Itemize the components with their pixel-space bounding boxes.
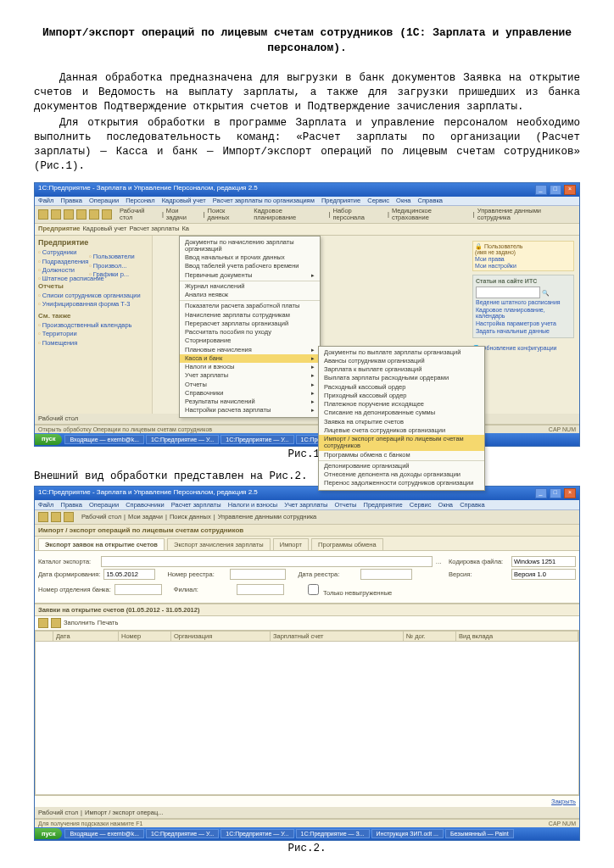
its-link[interactable]: Ведение штатного расписания bbox=[476, 299, 571, 306]
toolbar-icon[interactable] bbox=[64, 512, 74, 522]
toolbar-link[interactable]: Рабочий стол bbox=[120, 208, 159, 222]
menu-item[interactable]: Справочники bbox=[126, 501, 164, 509]
submenu-item[interactable]: Депонирование организаций bbox=[319, 462, 484, 470]
taskbar-item[interactable]: 1С:Предприятие — У... bbox=[220, 435, 293, 445]
menu-item[interactable]: Учет зарплаты bbox=[284, 501, 327, 509]
toolbar-link[interactable]: Поиск данных bbox=[170, 513, 211, 520]
menu-item[interactable]: Анализ неявок bbox=[180, 291, 320, 299]
filial-input[interactable] bbox=[237, 584, 284, 595]
its-link[interactable]: Настройка параметров учета bbox=[476, 320, 571, 327]
submenu-item[interactable]: Отнесение депонента на доходы организаци… bbox=[319, 470, 484, 479]
submenu-item[interactable]: Зарплата к выплате организаций bbox=[319, 365, 484, 374]
submenu-item[interactable]: Списание на депонированные суммы bbox=[319, 409, 484, 417]
toolbar-link[interactable]: Рабочий стол bbox=[81, 513, 121, 520]
tab-export-open[interactable]: Экспорт заявок на открытие счетов bbox=[38, 538, 165, 550]
start-button[interactable]: пуск bbox=[35, 434, 62, 444]
window-controls[interactable]: _ □ × bbox=[534, 488, 576, 498]
tab[interactable]: Ка bbox=[181, 225, 189, 232]
menu-item[interactable]: Журнал начислений bbox=[180, 282, 320, 291]
submenu-item[interactable]: Документы по выплате зарплаты организаци… bbox=[319, 348, 484, 357]
submenu-item[interactable]: Программы обмена с банком bbox=[319, 451, 484, 459]
menu-item[interactable]: Касса и банк bbox=[180, 354, 320, 363]
toolbar-link[interactable]: Медицинское страхование bbox=[392, 208, 471, 222]
close-button[interactable]: Закрыть bbox=[551, 798, 576, 805]
submenu-item[interactable]: Заявка на открытие счетов bbox=[319, 418, 484, 426]
menu-item[interactable]: Файл bbox=[38, 197, 53, 204]
menu-item[interactable]: Показатели расчета заработной платы bbox=[180, 302, 320, 310]
close-icon[interactable]: × bbox=[564, 185, 576, 195]
menu-item[interactable]: Справочники bbox=[180, 389, 320, 398]
menu-item[interactable]: Отчеты bbox=[334, 501, 356, 509]
version-input[interactable] bbox=[511, 569, 576, 580]
submenu-item[interactable]: Приходный кассовый ордер bbox=[319, 392, 484, 400]
branch-input[interactable] bbox=[114, 584, 162, 595]
taskbar-item[interactable]: 1С:Предприятие — У... bbox=[220, 829, 293, 838]
menu-item[interactable]: Налоги и взносы bbox=[180, 363, 320, 371]
menu-item[interactable]: Окна bbox=[438, 501, 453, 509]
date-input[interactable] bbox=[103, 569, 155, 580]
menu-item[interactable]: Правка bbox=[61, 197, 82, 204]
grid[interactable]: Дата Номер Организация Зарплатный счет №… bbox=[35, 631, 579, 795]
panel-item[interactable]: Унифицированная форма Т-3 bbox=[38, 301, 148, 308]
toolbar[interactable]: Рабочий стол | Мои задачи | Поиск данных… bbox=[35, 510, 579, 525]
taskbar-item[interactable]: Входящие — exemb@k... bbox=[64, 435, 144, 445]
menu-item[interactable]: Ввод начальных и прочих данных bbox=[180, 253, 320, 262]
dropdown-menu[interactable]: Документы по начислению зарплаты организ… bbox=[179, 236, 321, 418]
tray-tabs[interactable]: Рабочий стол | Импорт / экспорт операц..… bbox=[35, 807, 579, 819]
tray-tab[interactable]: Рабочий стол bbox=[38, 809, 78, 816]
menu-item[interactable]: Предприятие bbox=[363, 501, 402, 509]
toolbar-icon[interactable] bbox=[51, 512, 61, 522]
panel-item[interactable]: Производственный календарь bbox=[38, 322, 132, 329]
its-search-input[interactable] bbox=[476, 287, 540, 298]
menu-item[interactable]: Начисление зарплаты сотрудникам bbox=[180, 311, 320, 320]
toolbar-icon[interactable] bbox=[38, 209, 48, 220]
catalog-input[interactable] bbox=[101, 556, 433, 567]
grid-toolbar-icon[interactable] bbox=[51, 618, 61, 628]
fill-button[interactable]: Заполнить bbox=[64, 619, 95, 626]
encoding-input[interactable] bbox=[511, 556, 576, 567]
toolbar-link[interactable]: Мои задачи bbox=[128, 513, 163, 520]
tray-tab[interactable]: Импорт / экспорт операц... bbox=[85, 809, 163, 816]
submenu-item[interactable]: Расходный кассовый ордер bbox=[319, 383, 484, 392]
only-unpaid-checkbox[interactable] bbox=[308, 584, 319, 595]
browse-button[interactable]: … bbox=[436, 558, 443, 565]
grid-body[interactable] bbox=[36, 642, 578, 794]
my-settings-link[interactable]: Мои настройки bbox=[475, 263, 516, 269]
toolbar-icon[interactable] bbox=[89, 209, 99, 220]
menu-item[interactable]: Первичные документы bbox=[180, 271, 320, 280]
menu-item[interactable]: Кадровый учет bbox=[162, 197, 206, 204]
menu-item[interactable]: Результаты начислений bbox=[180, 398, 320, 406]
grid-toolbar-icon[interactable] bbox=[38, 618, 48, 628]
menu-item[interactable]: Справка bbox=[460, 501, 484, 509]
menu-item[interactable]: Учет зарплаты bbox=[180, 371, 320, 380]
print-button[interactable]: Печать bbox=[98, 619, 119, 626]
submenu[interactable]: Документы по выплате зарплаты организаци… bbox=[318, 346, 485, 491]
tab-export-salary[interactable]: Экспорт зачисления зарплаты bbox=[167, 538, 271, 550]
start-button[interactable]: пуск bbox=[35, 828, 62, 839]
toolbar[interactable]: Рабочий стол | Мои задачи | Поиск данных… bbox=[35, 206, 579, 225]
close-icon[interactable]: × bbox=[564, 488, 576, 498]
submenu-item[interactable]: Лицевые счета сотрудников организации bbox=[319, 426, 484, 435]
toolbar-icon[interactable] bbox=[51, 209, 61, 220]
panel-item[interactable]: Пользователи bbox=[89, 253, 148, 260]
grid-toolbar[interactable]: Заполнить Печать bbox=[35, 616, 579, 631]
toolbar-link[interactable]: Поиск данных bbox=[208, 208, 249, 222]
submenu-item[interactable]: Авансы сотрудникам организаций bbox=[319, 357, 484, 365]
taskbar-item[interactable]: 1С:Предприятие — У... bbox=[146, 435, 219, 445]
toolbar-link[interactable]: Управление данными сотрудника bbox=[218, 513, 317, 520]
menu-item[interactable]: Операции bbox=[89, 197, 119, 204]
minimize-icon[interactable]: _ bbox=[535, 488, 547, 498]
menu-item[interactable]: Настройки расчета зарплаты bbox=[180, 406, 320, 415]
menu-bar[interactable]: Файл Правка Операции Персонал Кадровый у… bbox=[35, 197, 579, 206]
toolbar-icon[interactable] bbox=[38, 512, 48, 522]
tab[interactable]: Расчет зарплаты bbox=[129, 225, 179, 232]
tab-strip[interactable]: Экспорт заявок на открытие счетов Экспор… bbox=[35, 537, 579, 551]
taskbar-item[interactable]: Безымянный — Paint bbox=[445, 829, 514, 838]
taskbar-item[interactable]: Входящие — exemb@k... bbox=[64, 829, 144, 838]
panel-item[interactable]: Помещения bbox=[38, 340, 132, 347]
globe-link[interactable]: 🌐 Обновление конфигурации bbox=[472, 345, 574, 352]
panel-item[interactable]: Графики р... bbox=[89, 271, 148, 278]
minimize-icon[interactable]: _ bbox=[535, 185, 547, 195]
taskbar-item[interactable]: 1С:Предприятие — З... bbox=[296, 829, 370, 838]
tray-tab[interactable]: Рабочий стол bbox=[38, 415, 78, 422]
